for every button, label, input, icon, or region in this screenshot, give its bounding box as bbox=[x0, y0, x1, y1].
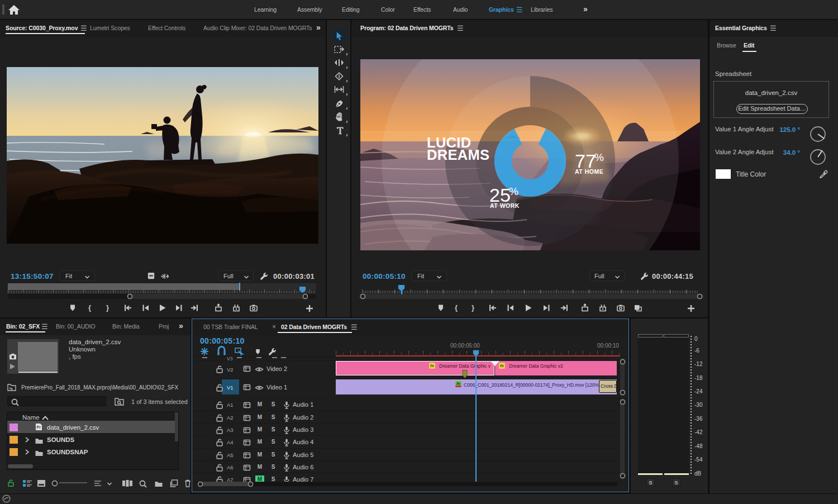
svg-text:AT HOME: AT HOME bbox=[575, 168, 603, 175]
svg-text:%: % bbox=[594, 151, 604, 163]
svg-text:DREAMS: DREAMS bbox=[427, 147, 489, 163]
svg-text:AT WORK: AT WORK bbox=[490, 202, 520, 209]
svg-text:Pr: Pr bbox=[37, 425, 41, 429]
svg-text:%: % bbox=[509, 186, 518, 197]
